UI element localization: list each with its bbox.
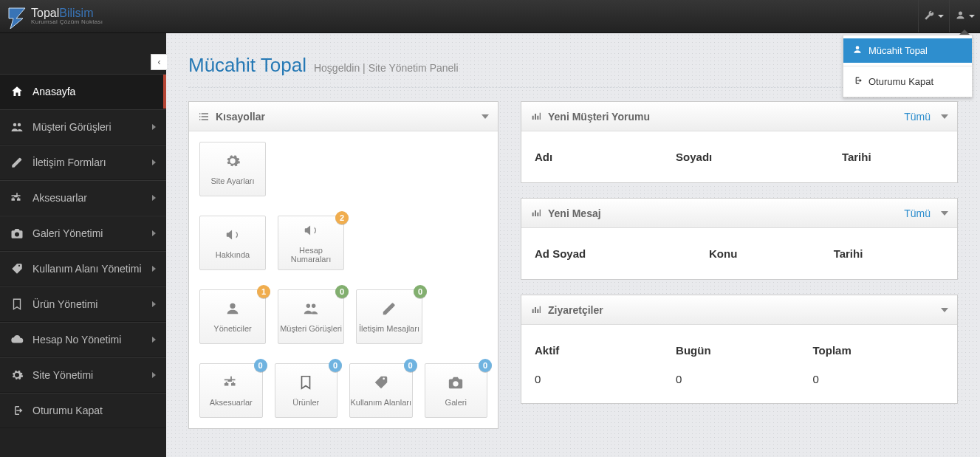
bookmark-icon <box>298 374 314 392</box>
user-icon <box>955 10 966 23</box>
users-icon <box>10 120 24 134</box>
sidebar-item-label: İletişim Formları <box>32 157 106 168</box>
sidebar-item-sitemap[interactable]: Aksesuarlar <box>0 180 166 216</box>
tile-label: Ürünler <box>292 398 319 407</box>
sidebar-item-users[interactable]: Müşteri Görüşleri <box>0 109 166 145</box>
tags-icon <box>10 262 24 275</box>
sidebar-item-home[interactable]: Anasayfa <box>0 74 166 109</box>
comments-col-name: Adı <box>532 142 673 172</box>
list-icon <box>198 111 210 123</box>
badge: 0 <box>254 359 267 372</box>
widget-comments-all-link[interactable]: Tümü <box>904 111 931 123</box>
tile-label: Galeri <box>445 398 467 407</box>
dropdown-arrow-icon <box>959 30 970 35</box>
badge: 0 <box>404 359 417 372</box>
user-dropdown-profile[interactable]: Mücahit Topal <box>843 38 972 63</box>
badge: 0 <box>329 359 342 372</box>
user-dropdown: Mücahit Topal Oturumu Kapat <box>843 35 973 97</box>
badge: 0 <box>414 285 427 298</box>
badge: 1 <box>257 285 270 298</box>
shortcut-tile-bullhorn[interactable]: Hesap Numaraları2 <box>278 216 344 270</box>
tile-label: İletişim Mesajları <box>359 324 419 333</box>
sitemap-icon <box>223 374 239 392</box>
widget-comments: Yeni Müşteri Yorumu Tümü Adı Soyadı <box>521 101 958 183</box>
sidebar-item-tags[interactable]: Kullanım Alanı Yönetimi <box>0 251 166 286</box>
badge: 2 <box>335 211 349 224</box>
brand[interactable]: TopalBilisim Kurumsal Çözüm Noktası <box>6 4 103 29</box>
shortcut-tile-users[interactable]: Müşteri Görüşleri0 <box>278 289 344 344</box>
sidebar-item-camera[interactable]: Galeri Yönetimi <box>0 216 166 251</box>
edit-icon <box>381 300 397 318</box>
sidebar-item-label: Galeri Yönetimi <box>32 227 103 239</box>
user-dropdown-logout-label: Oturumu Kapat <box>868 76 933 87</box>
widget-visitors-title: Ziyaretçiler <box>548 304 603 316</box>
page-subtitle: Hoşgeldin | Site Yönetim Paneli <box>314 62 459 74</box>
bar-chart-icon <box>530 111 542 123</box>
top-navbar: TopalBilisim Kurumsal Çözüm Noktası Müca… <box>0 0 980 33</box>
sidebar-item-label: Kullanım Alanı Yönetimi <box>32 263 142 275</box>
user-icon <box>225 300 241 318</box>
cloud-icon <box>10 333 24 346</box>
shortcut-tile-sitemap[interactable]: Aksesuarlar0 <box>199 363 263 418</box>
widget-collapse-button[interactable] <box>941 211 948 216</box>
sidebar-item-label: Site Yönetimi <box>32 369 93 381</box>
widget-comments-title: Yeni Müşteri Yorumu <box>548 111 650 123</box>
widget-collapse-button[interactable] <box>482 114 489 119</box>
logout-icon <box>852 75 863 88</box>
logout-icon <box>10 404 24 417</box>
user-dropdown-logout[interactable]: Oturumu Kapat <box>843 69 972 94</box>
chevron-right-icon <box>152 124 156 130</box>
tags-icon <box>373 374 389 392</box>
widget-messages-title: Yeni Mesaj <box>548 207 601 219</box>
shortcut-tile-bookmark[interactable]: Ürünler0 <box>275 363 338 418</box>
messages-col-date: Tarihi <box>831 238 947 269</box>
widget-collapse-button[interactable] <box>941 114 948 119</box>
shortcut-tile-bullhorn[interactable]: Hakkında <box>199 216 266 270</box>
cogs-icon <box>225 153 241 171</box>
bullhorn-icon <box>225 227 241 244</box>
user-dropdown-name: Mücahit Topal <box>868 45 928 56</box>
page-title: Mücahit Topal <box>188 54 306 77</box>
sitemap-icon <box>10 191 24 205</box>
sidebar-collapse-button[interactable]: ‹ <box>151 54 167 70</box>
sidebar-item-cloud[interactable]: Hesap No Yönetimi <box>0 322 166 357</box>
comments-col-surname: Soyadı <box>673 142 839 172</box>
chevron-left-icon: ‹ <box>158 57 161 67</box>
home-icon <box>10 85 24 98</box>
tile-label: Müşteri Görüşleri <box>280 324 342 333</box>
messages-col-subject: Konu <box>706 238 831 269</box>
chevron-right-icon <box>152 301 156 307</box>
chevron-right-icon <box>152 230 156 236</box>
shortcut-tile-cogs[interactable]: Site Ayarları <box>199 142 266 196</box>
tile-label: Site Ayarları <box>210 176 254 185</box>
chevron-right-icon <box>152 266 156 272</box>
sidebar-item-label: Hesap No Yönetimi <box>32 334 121 346</box>
bar-chart-icon <box>530 207 542 219</box>
divider <box>843 66 972 66</box>
visitors-col-total: Toplam <box>810 335 947 365</box>
camera-icon <box>448 374 464 392</box>
sidebar: ‹ AnasayfaMüşteri Görüşleriİletişim Form… <box>0 33 166 457</box>
users-icon <box>303 300 319 318</box>
sidebar-item-logout[interactable]: Oturumu Kapat <box>0 393 166 428</box>
sidebar-item-cogs[interactable]: Site Yönetimi <box>0 357 166 393</box>
tile-label: Aksesuarlar <box>210 398 253 407</box>
badge: 0 <box>335 285 349 298</box>
sidebar-item-edit[interactable]: İletişim Formları <box>0 145 166 180</box>
shortcut-tile-user[interactable]: Yöneticiler1 <box>199 289 266 344</box>
shortcut-tile-edit[interactable]: İletişim Mesajları0 <box>356 289 422 344</box>
shortcut-tile-camera[interactable]: Galeri0 <box>425 363 488 418</box>
sidebar-item-bookmark[interactable]: Ürün Yönetimi <box>0 286 166 322</box>
sidebar-item-label: Müşteri Görüşleri <box>32 121 112 133</box>
settings-menu-button[interactable] <box>918 0 949 32</box>
table-row: 0 0 0 <box>532 365 947 393</box>
user-menu-button[interactable] <box>949 0 980 32</box>
widget-collapse-button[interactable] <box>941 308 948 312</box>
shortcut-tile-tags[interactable]: Kullanım Alanları0 <box>349 363 413 418</box>
caret-down-icon <box>938 15 944 18</box>
sidebar-item-label: Anasayfa <box>32 86 75 97</box>
messages-table: Ad Soyad Konu Tarihi <box>532 238 947 269</box>
widget-shortcuts-title: Kısayollar <box>216 111 265 123</box>
widget-messages-all-link[interactable]: Tümü <box>904 207 931 219</box>
chevron-right-icon <box>152 159 156 165</box>
